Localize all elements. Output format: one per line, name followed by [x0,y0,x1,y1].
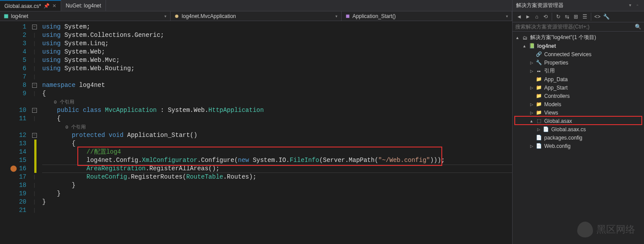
tree-node-views[interactable]: ▷📁Views [513,108,644,117]
breakpoint-icon[interactable]: ⬤ [10,165,18,173]
tree-node-label: Properties [544,60,568,66]
expand-arrow-icon[interactable]: ▲ [515,36,520,40]
tree-node-label: log4net [537,43,556,49]
change-indicator [34,156,36,165]
code-line: //配置log4 [42,148,512,156]
tab-global-asax-cs-[interactable]: Global.asax.cs*📌✕ [0,0,61,11]
wrench-icon[interactable]: 🔧 [602,13,610,21]
folder-icon: 📁 [536,101,542,108]
svg-rect-0 [4,14,8,18]
tree-node-properties[interactable]: ▷🔧Properties [513,58,644,67]
change-indicator [34,148,36,156]
code-area[interactable]: 123456789101112131415161718192021 −│││││… [0,21,512,244]
tree-node-app-data[interactable]: 📁App_Data [513,75,644,83]
code-line: } [42,181,512,190]
expand-arrow-icon[interactable]: ▷ [529,61,534,65]
fold-toggle[interactable]: − [32,108,37,113]
code-line: using System.Web; [42,48,512,56]
tree-node-label: Views [544,110,558,116]
folder-icon: 📁 [536,110,542,116]
sync-icon[interactable]: ⟲ [542,13,549,21]
tree-node-global-asax-cs[interactable]: ▷📄Global.asax.cs [513,125,644,133]
tab-nuget--log4net[interactable]: NuGet: log4net [61,0,106,11]
change-indicator [34,140,36,148]
fold-toggle[interactable]: − [32,25,37,29]
show-all-icon[interactable]: ⊞ [572,13,580,21]
folder-icon: 📁 [536,85,542,91]
solution-search-input[interactable] [515,24,632,30]
expand-arrow-icon[interactable]: ▷ [529,102,534,107]
tree-node-label: 解决方案"log4net"(1 个项目) [530,34,596,41]
expand-arrow-icon[interactable]: ▷ [529,144,534,148]
svg-point-1 [175,14,179,18]
refresh-icon[interactable]: ↻ [554,13,562,21]
code-line: namespace log4net [42,81,512,90]
sln-icon: 🗂 [522,35,528,41]
code-line: } [42,190,512,198]
class-icon [174,14,179,19]
expand-arrow-icon[interactable]: ▷ [529,69,534,73]
link-icon: 🔗 [536,51,542,57]
dropdown-icon[interactable]: ▾ [627,3,633,9]
code-navbar: log4net ▾ log4net.MvcApplication ▾ Appli… [0,11,512,21]
tree-node-controllers[interactable]: 📁Controllers [513,92,644,100]
nav-method[interactable]: Application_Start() ▾ [342,11,512,21]
reference-count: 0 个引用 [42,98,512,106]
nav-project[interactable]: log4net ▾ [0,11,171,21]
chevron-down-icon: ▾ [506,14,508,18]
tree-node-connected-services[interactable]: 🔗Connected Services [513,50,644,58]
solution-tree[interactable]: ▲🗂解决方案"log4net"(1 个项目)▲📗log4net🔗Connecte… [513,32,644,244]
tree-node-label: Global.asax.cs [551,126,586,133]
tree-node-log4net[interactable]: ▲📗log4net [513,42,644,50]
project-icon [4,14,9,19]
tree-node-label: Connected Services [544,51,591,57]
pin-icon[interactable]: 📌 [44,3,50,9]
tree-node-web-config[interactable]: ▷📄Web.config [513,142,644,150]
tab-bar: Global.asax.cs*📌✕NuGet: log4net [0,0,512,11]
cs-icon: 📄 [543,126,549,133]
chevron-down-icon: ▾ [335,14,338,18]
expand-arrow-icon[interactable]: ▷ [536,127,541,132]
code-line: { [42,115,512,123]
proj-icon: 📗 [529,43,535,49]
code-content[interactable]: using System;using System.Collections.Ge… [38,21,512,244]
tree-node------log4net--1-----[interactable]: ▲🗂解决方案"log4net"(1 个项目) [513,33,644,42]
tree-node-app-start[interactable]: ▷📁App_Start [513,83,644,92]
tree-node-models[interactable]: ▷📁Models [513,100,644,108]
properties-icon[interactable]: ☰ [581,13,589,21]
code-line: using System; [42,23,512,31]
tab-label: Global.asax.cs* [4,3,41,9]
close-icon[interactable]: ✕ [52,3,56,9]
fold-column: −││││││−│−│−│││││││││ [31,21,38,244]
tree-node-label: Controllers [544,93,570,99]
cfg-icon: 📄 [536,135,542,141]
fold-toggle[interactable]: − [32,133,37,138]
home-icon[interactable]: ⌂ [533,13,541,21]
fold-toggle[interactable]: − [32,83,37,88]
tree-node-global-asax[interactable]: ▲⬚Global.asax [513,117,644,125]
expand-arrow-icon[interactable]: ▲ [529,119,534,123]
tree-node-label: Models [544,101,561,108]
back-icon[interactable]: ◄ [515,13,523,21]
code-icon[interactable]: <> [593,13,601,21]
solution-explorer: 解决方案资源管理器 ▾ ▫ ◄ ► ⌂ ⟲ ↻ ⇆ ⊞ ☰ <> 🔧 🔍 ▲🗂解… [512,0,644,244]
code-line: protected void Application_Start() [42,131,512,140]
expand-arrow-icon[interactable]: ▲ [522,44,527,48]
code-line: using System.Web.Routing; [42,65,512,73]
tree-node---[interactable]: ▷▪▪引用 [513,67,644,75]
collapse-icon[interactable]: ⇆ [563,13,571,21]
code-line [42,73,512,81]
code-line: using System.Linq; [42,39,512,48]
tree-node-packages-config[interactable]: 📄packages.config [513,133,644,142]
expand-arrow-icon[interactable]: ▷ [529,111,534,115]
pin-icon[interactable]: ▫ [634,3,640,9]
search-icon[interactable]: 🔍 [635,24,641,30]
code-line: { [42,90,512,98]
forward-icon[interactable]: ► [524,13,532,21]
nav-class[interactable]: log4net.MvcApplication ▾ [171,11,341,21]
tree-node-label: App_Data [544,76,568,83]
solution-search[interactable]: 🔍 [513,22,644,32]
expand-arrow-icon[interactable]: ▷ [529,86,534,90]
nav-method-label: Application_Start() [353,13,396,19]
editor-pane: Global.asax.cs*📌✕NuGet: log4net log4net … [0,0,512,244]
